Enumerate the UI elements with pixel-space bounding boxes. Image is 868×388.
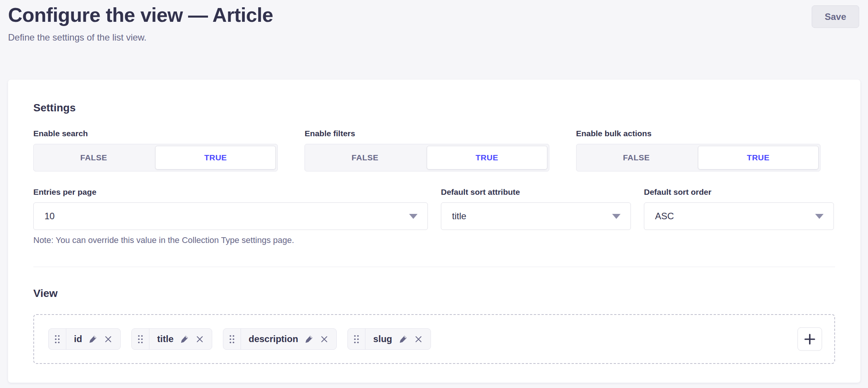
close-icon	[104, 335, 113, 344]
enable-bulk-actions-label: Enable bulk actions	[576, 129, 821, 138]
add-field-button[interactable]	[798, 328, 822, 351]
default-sort-attribute-value: title	[452, 211, 466, 222]
enable-filters-label: Enable filters	[305, 129, 549, 138]
enable-search-field: Enable search FALSE TRUE	[33, 129, 278, 171]
entries-per-page-note: Note: You can override this value in the…	[33, 235, 428, 245]
remove-field-button[interactable]	[195, 335, 204, 344]
enable-bulk-actions-true-button[interactable]: TRUE	[698, 146, 819, 170]
drag-handle[interactable]	[132, 329, 149, 349]
pencil-icon	[180, 334, 189, 344]
field-chip-label: slug	[373, 334, 392, 344]
plus-icon	[803, 333, 816, 346]
enable-filters-toggle: FALSE TRUE	[305, 144, 549, 171]
pencil-icon	[398, 334, 408, 344]
entries-per-page-label: Entries per page	[33, 187, 428, 197]
pencil-icon	[304, 334, 314, 344]
edit-field-button[interactable]	[398, 334, 408, 344]
drag-handle-icon	[229, 334, 235, 344]
enable-search-toggle: FALSE TRUE	[33, 144, 278, 171]
default-sort-order-select[interactable]: ASC	[644, 202, 834, 230]
default-sort-order-value: ASC	[655, 211, 674, 222]
remove-field-button[interactable]	[104, 335, 113, 344]
drag-handle-icon	[354, 334, 359, 344]
drag-handle[interactable]	[348, 329, 365, 349]
enable-filters-false-button[interactable]: FALSE	[305, 144, 425, 171]
default-sort-attribute-label: Default sort attribute	[441, 187, 631, 197]
view-heading: View	[33, 287, 835, 300]
edit-field-button[interactable]	[88, 334, 98, 344]
edit-field-button[interactable]	[180, 334, 189, 344]
enable-search-true-button[interactable]: TRUE	[155, 146, 276, 170]
dropdown-arrow-icon	[612, 214, 621, 219]
field-chip-title: title	[131, 328, 212, 350]
drag-handle[interactable]	[49, 329, 66, 349]
page-header: Configure the view — Article Define the …	[8, 4, 859, 43]
drag-handle[interactable]	[223, 329, 241, 349]
default-sort-order-label: Default sort order	[644, 187, 834, 197]
entries-per-page-select[interactable]: 10	[33, 202, 428, 230]
default-sort-attribute-field: Default sort attribute title	[441, 187, 631, 245]
enable-filters-field: Enable filters FALSE TRUE	[305, 129, 549, 171]
enable-bulk-actions-false-button[interactable]: FALSE	[576, 144, 696, 171]
chip-body: description	[241, 329, 336, 349]
remove-field-button[interactable]	[320, 335, 329, 344]
enable-bulk-actions-field: Enable bulk actions FALSE TRUE	[576, 129, 821, 171]
enable-search-label: Enable search	[33, 129, 278, 138]
default-sort-attribute-select[interactable]: title	[441, 202, 631, 230]
enable-filters-true-button[interactable]: TRUE	[427, 146, 547, 170]
entries-per-page-field: Entries per page 10 Note: You can overri…	[33, 187, 428, 245]
close-icon	[320, 335, 329, 344]
field-chip-slug: slug	[347, 328, 431, 350]
remove-field-button[interactable]	[414, 335, 423, 344]
chip-body: title	[149, 329, 212, 349]
field-chip-id: id	[48, 328, 121, 350]
chip-body: slug	[365, 329, 430, 349]
dropdown-arrow-icon	[815, 214, 824, 219]
page-subtitle: Define the settings of the list view.	[8, 32, 859, 43]
default-sort-order-field: Default sort order ASC	[644, 187, 834, 245]
enable-bulk-actions-toggle: FALSE TRUE	[576, 144, 821, 171]
page-title: Configure the view — Article	[8, 4, 859, 27]
field-chip-label: id	[74, 334, 82, 344]
view-fields-drop-zone: id	[33, 314, 835, 364]
enable-search-false-button[interactable]: FALSE	[34, 144, 154, 171]
dropdown-arrow-icon	[409, 214, 418, 219]
field-chip-label: title	[157, 334, 174, 344]
field-chip-label: description	[249, 334, 298, 344]
selects-row: Entries per page 10 Note: You can overri…	[33, 187, 835, 245]
drag-handle-icon	[138, 334, 143, 344]
close-icon	[195, 335, 204, 344]
settings-heading: Settings	[33, 101, 835, 114]
section-divider	[33, 267, 835, 267]
chip-body: id	[66, 329, 120, 349]
settings-card: Settings Enable search FALSE TRUE Enable…	[8, 80, 860, 383]
pencil-icon	[88, 334, 98, 344]
drag-handle-icon	[54, 334, 60, 344]
toggles-row: Enable search FALSE TRUE Enable filters …	[33, 129, 835, 171]
configure-view-page: Configure the view — Article Define the …	[0, 0, 868, 388]
entries-per-page-value: 10	[44, 211, 55, 222]
close-icon	[414, 335, 423, 344]
field-chip-description: description	[223, 328, 337, 350]
edit-field-button[interactable]	[304, 334, 314, 344]
save-button[interactable]: Save	[812, 5, 859, 28]
